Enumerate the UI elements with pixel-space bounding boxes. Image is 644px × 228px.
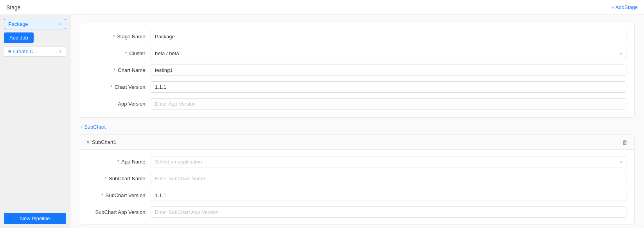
stage-name-label: * Stage Name: [88,34,151,39]
main-form-section: * Stage Name: * Cluster: beta / beta ∨ [80,23,635,118]
app-name-label: * App Name: [88,159,151,165]
content-area: * Stage Name: * Cluster: beta / beta ∨ [70,15,644,228]
sidebar: Package × Add Job ≡ Create C... × New Pi… [0,15,70,228]
subchart-app-version-label: SubChart App Version: [88,209,151,215]
subchart-title: SubChart1 [92,139,116,145]
app-version-input[interactable] [151,98,626,110]
add-subchart-link[interactable]: + SubChart [80,124,106,130]
cluster-select-wrapper: beta / beta ∨ [151,48,626,59]
chart-name-row: * Chart Name: [88,65,626,76]
required-star-version: * [110,84,112,90]
add-job-button[interactable]: Add Job [4,32,34,43]
stage-tab-label: Package [8,21,28,27]
required-star-chart: * [114,67,116,73]
cluster-label: * Cluster: [88,50,151,56]
app-name-select-wrapper: Select an application ∨ [151,156,626,167]
chevron-down-icon: ∨ [86,140,90,145]
required-star-app: * [117,159,119,165]
job-item[interactable]: ≡ Create C... × [4,46,66,57]
stage-name-row: * Stage Name: [88,31,626,42]
subchart-version-label: * SubChart Version: [88,192,151,198]
sidebar-spacer [4,60,66,210]
subchart-app-version-row: SubChart App Version: [88,206,626,218]
subchart-app-version-input[interactable] [151,206,626,218]
required-star-subchart-version: * [101,192,103,198]
chart-name-input[interactable] [151,65,626,76]
stage-name-input[interactable] [151,31,626,42]
subchart-version-input[interactable] [151,190,626,201]
hamburger-icon: ≡ [8,48,11,54]
close-stage-icon[interactable]: × [59,22,62,27]
top-bar: Stage + AddStage [0,0,644,15]
chart-version-row: * Chart Version: [88,81,626,93]
app-version-row: App Version: [88,98,626,110]
app-name-select[interactable]: Select an application [151,156,626,167]
chart-version-input[interactable] [151,81,626,93]
subchart-body: * App Name: Select an application ∨ * Su [80,150,634,224]
subchart-name-input[interactable] [151,173,626,184]
chart-name-label: * Chart Name: [88,67,151,73]
required-star-subchart-name: * [104,176,106,181]
required-star: * [113,34,115,39]
app-name-row: * App Name: Select an application ∨ [88,156,626,167]
close-job-icon[interactable]: × [59,49,62,54]
subchart-header: ∨ SubChart1 🗑 [80,135,634,150]
cluster-row: * Cluster: beta / beta ∨ [88,48,626,59]
delete-subchart-icon[interactable]: 🗑 [622,139,628,145]
stage-tab-package[interactable]: Package × [4,19,66,29]
subchart-toggle[interactable]: ∨ SubChart1 [86,139,116,145]
cluster-select[interactable]: beta / beta [151,48,626,59]
required-star-cluster: * [125,50,127,56]
app-version-label: App Version: [88,101,151,107]
job-item-label: Create C... [13,48,59,54]
subchart-section: ∨ SubChart1 🗑 * App Name: Select an appl… [80,135,635,224]
page-title: Stage [6,4,21,11]
subchart-name-label: * SubChart Name: [88,176,151,181]
add-stage-button[interactable]: + AddStage [611,4,638,10]
new-pipeline-button[interactable]: New Pipeline [4,213,66,224]
main-layout: Package × Add Job ≡ Create C... × New Pi… [0,15,644,228]
chart-version-label: * Chart Version: [88,84,151,90]
subchart-version-row: * SubChart Version: [88,190,626,201]
subchart-name-row: * SubChart Name: [88,173,626,184]
